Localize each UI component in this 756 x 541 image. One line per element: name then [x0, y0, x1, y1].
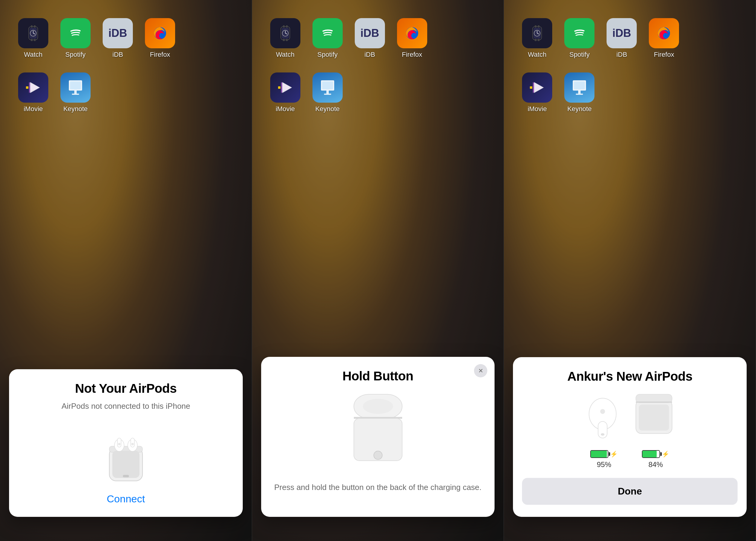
svg-rect-77 — [639, 404, 669, 430]
idb-icon-3: iDB — [606, 18, 637, 48]
keynote-label-3: Keynote — [567, 105, 592, 113]
airpods-image-area-2 — [270, 388, 486, 473]
battery-right-bar-wrap: ⚡ — [642, 450, 669, 458]
hold-button-illustration — [342, 388, 414, 473]
svg-rect-68 — [578, 91, 581, 94]
battery-left-pct: 95% — [597, 460, 611, 469]
airpods-case-illustration — [93, 423, 159, 484]
svg-rect-8 — [34, 39, 36, 41]
svg-rect-67 — [574, 82, 585, 89]
svg-rect-21 — [112, 451, 140, 478]
app-grid-2: Watch Spotify iDB iDB — [267, 18, 430, 121]
watch-label-1: Watch — [24, 51, 43, 59]
svg-rect-18 — [72, 94, 79, 95]
battery-right: ⚡ 84% — [642, 450, 669, 469]
app-imovie-1[interactable]: iMovie — [15, 73, 51, 121]
app-firefox-3[interactable]: Firefox — [646, 18, 682, 66]
app-spotify-3[interactable]: Spotify — [561, 18, 597, 66]
watch-label-3: Watch — [528, 51, 547, 59]
svg-rect-36 — [283, 39, 285, 41]
case-small — [631, 391, 677, 440]
done-button[interactable]: Done — [522, 478, 738, 505]
battery-section: ⚡ 95% ⚡ 84% — [522, 450, 738, 469]
app-watch-2[interactable]: Watch — [267, 18, 304, 66]
idb-label-2: iDB — [365, 51, 375, 59]
close-button[interactable]: ✕ — [474, 364, 487, 377]
svg-rect-6 — [34, 25, 36, 27]
app-idb-3[interactable]: iDB iDB — [603, 18, 640, 66]
connected-airpods-popup: Ankur's New AirPods — [513, 357, 747, 517]
keynote-label-1: Keynote — [63, 105, 88, 113]
svg-rect-16 — [70, 82, 81, 89]
app-keynote-2[interactable]: Keynote — [310, 73, 346, 121]
svg-point-27 — [131, 443, 134, 445]
app-watch-3[interactable]: Watch — [519, 18, 555, 66]
svg-rect-34 — [283, 25, 285, 27]
svg-rect-44 — [322, 82, 333, 89]
spotify-icon-1 — [60, 18, 91, 48]
popup-subtitle-1: AirPods not connected to this iPhone — [18, 401, 234, 411]
phone-screen-1: Watch Spotify iDB iDB — [0, 0, 252, 541]
battery-right-fill — [642, 451, 657, 457]
imovie-label-3: iMovie — [528, 105, 547, 113]
app-firefox-2[interactable]: Firefox — [394, 18, 430, 66]
idb-icon-2: iDB — [355, 18, 385, 48]
battery-right-bolt: ⚡ — [662, 450, 669, 458]
app-firefox-1[interactable]: Firefox — [142, 18, 178, 66]
svg-rect-46 — [324, 94, 331, 95]
imovie-icon-1 — [18, 73, 48, 103]
imovie-icon-2 — [270, 73, 301, 103]
app-imovie-2[interactable]: iMovie — [267, 73, 304, 121]
svg-rect-37 — [286, 39, 288, 41]
svg-point-73 — [601, 433, 604, 436]
battery-left: ⚡ 95% — [590, 450, 618, 469]
app-spotify-1[interactable]: Spotify — [57, 18, 94, 66]
keynote-icon-3 — [564, 73, 594, 103]
airpods-connected-area — [522, 390, 738, 441]
popup-title-1: Not Your AirPods — [18, 381, 234, 396]
phone-screen-3: Watch Spotify iDB iDB — [504, 0, 756, 541]
svg-rect-76 — [636, 401, 672, 403]
svg-rect-7 — [31, 39, 33, 41]
keynote-icon-2 — [313, 73, 343, 103]
watch-label-2: Watch — [276, 51, 295, 59]
svg-rect-17 — [74, 91, 77, 94]
app-watch-1[interactable]: Watch — [15, 18, 51, 66]
svg-rect-65 — [530, 86, 532, 89]
battery-left-fill — [591, 451, 607, 457]
svg-rect-23 — [117, 438, 121, 447]
imovie-label-1: iMovie — [24, 105, 43, 113]
svg-rect-25 — [131, 438, 134, 447]
firefox-label-2: Firefox — [402, 51, 422, 59]
spotify-icon-3 — [564, 18, 594, 48]
app-spotify-2[interactable]: Spotify — [310, 18, 346, 66]
svg-rect-57 — [535, 25, 536, 27]
svg-rect-69 — [576, 94, 583, 95]
app-imovie-3[interactable]: iMovie — [519, 73, 555, 121]
app-keynote-1[interactable]: Keynote — [57, 73, 94, 121]
svg-rect-45 — [327, 91, 329, 94]
app-idb-2[interactable]: iDB iDB — [352, 18, 388, 66]
svg-point-26 — [118, 443, 121, 445]
popup-title-3: Ankur's New AirPods — [522, 369, 738, 384]
app-idb-1[interactable]: iDB iDB — [100, 18, 136, 66]
hold-button-popup: ✕ Hold Button Press and hold the button … — [261, 357, 495, 517]
svg-marker-41 — [282, 82, 292, 93]
battery-left-bolt: ⚡ — [610, 450, 618, 458]
app-grid-1: Watch Spotify iDB iDB — [15, 18, 178, 121]
battery-left-bar-wrap: ⚡ — [590, 450, 618, 458]
connect-button[interactable]: Connect — [18, 493, 234, 505]
firefox-label-3: Firefox — [654, 51, 674, 59]
spotify-label-2: Spotify — [317, 51, 338, 59]
keynote-label-2: Keynote — [315, 105, 340, 113]
popup-body-2: Press and hold the button on the back of… — [270, 482, 486, 493]
battery-right-pct: 84% — [648, 460, 663, 469]
firefox-icon-3 — [649, 18, 679, 48]
app-keynote-3[interactable]: Keynote — [561, 73, 597, 121]
svg-point-72 — [600, 409, 605, 414]
spotify-label-3: Spotify — [569, 51, 590, 59]
keynote-icon-1 — [60, 73, 91, 103]
firefox-icon-2 — [397, 18, 427, 48]
svg-rect-75 — [636, 394, 672, 403]
svg-point-38 — [319, 25, 336, 42]
